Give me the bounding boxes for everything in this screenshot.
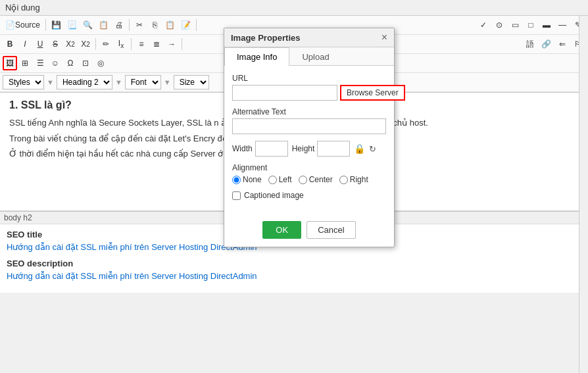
source-label: Source: [15, 20, 40, 30]
align-none-label: None: [243, 175, 262, 184]
modal-title: Image Properties: [231, 33, 301, 43]
width-group: Width: [232, 141, 288, 157]
media-icon: ⊡: [82, 59, 89, 68]
link-btn[interactable]: 🔗: [539, 37, 554, 51]
template-button[interactable]: 📋: [96, 18, 111, 32]
captioned-image-checkbox[interactable]: [232, 191, 241, 200]
superscript-button[interactable]: X2: [78, 37, 93, 51]
arrow-btn[interactable]: ⇐: [555, 37, 570, 51]
smiley-button[interactable]: ☺: [48, 56, 62, 70]
language-btn[interactable]: 語: [523, 37, 537, 51]
paste-text-button[interactable]: 📝: [178, 18, 193, 32]
preview-icon: 🔍: [83, 20, 93, 30]
print-icon: 🖨: [115, 20, 123, 30]
new-doc-icon: 📃: [67, 20, 77, 30]
sep-4: [131, 38, 132, 50]
lock-icon[interactable]: 🔒: [354, 143, 365, 154]
ok-button[interactable]: OK: [262, 221, 301, 239]
clear-format-button[interactable]: Ix: [114, 37, 128, 51]
align-center-option[interactable]: Center: [299, 175, 333, 184]
rect3-btn[interactable]: ▬: [539, 18, 554, 32]
width-input[interactable]: [255, 141, 288, 157]
seo-description-value: Hướng dẫn cài đặt SSL miễn phí trên Serv…: [7, 271, 581, 281]
modal-header: Image Properties ×: [224, 28, 394, 47]
url-row: Browse Server: [232, 85, 386, 101]
tab-image-info[interactable]: Image Info: [224, 47, 289, 66]
omega-icon: Ω: [68, 59, 74, 68]
browse-server-button[interactable]: Browse Server: [340, 85, 405, 101]
radio-btn[interactable]: ⊙: [492, 18, 506, 32]
preview-button[interactable]: 🔍: [80, 18, 95, 32]
height-input[interactable]: [317, 141, 350, 157]
alignment-label: Alignment: [232, 163, 386, 172]
alt-text-input[interactable]: [232, 118, 386, 134]
align-right-option[interactable]: Right: [339, 175, 368, 184]
cut-button[interactable]: ✂: [132, 18, 147, 32]
cancel-button[interactable]: Cancel: [306, 221, 355, 239]
align-left-radio[interactable]: [268, 176, 277, 184]
ul-icon: ≣: [153, 39, 160, 49]
swf-button[interactable]: ◎: [93, 56, 108, 70]
align-left-option[interactable]: Left: [268, 175, 292, 184]
check-btn[interactable]: ✓: [476, 18, 491, 32]
align-center-label: Center: [309, 175, 333, 184]
print-button[interactable]: 🖨: [112, 18, 126, 32]
styles-select[interactable]: Styles: [3, 75, 44, 89]
bold-button[interactable]: B: [3, 37, 17, 51]
underline-button[interactable]: U: [33, 37, 47, 51]
paste-icon: 📋: [165, 20, 175, 30]
height-group: Height: [292, 141, 351, 157]
image-icon: 🖼: [6, 59, 14, 68]
captioned-image-label: Captioned image: [244, 191, 304, 200]
new-doc-button[interactable]: 📃: [64, 18, 80, 32]
align-none-option[interactable]: None: [232, 175, 262, 184]
source-button[interactable]: 📄 Source: [3, 18, 43, 32]
refresh-icon[interactable]: ↻: [369, 144, 376, 154]
sep-r1: [196, 19, 197, 31]
copy-button[interactable]: ⎘: [147, 18, 162, 32]
align-none-radio[interactable]: [232, 176, 241, 184]
unordered-list-button[interactable]: ≣: [149, 37, 164, 51]
url-input[interactable]: [232, 85, 337, 101]
rect-btn[interactable]: ▭: [508, 18, 522, 32]
table-button[interactable]: ⊞: [18, 56, 32, 70]
lines-button[interactable]: ☰: [33, 56, 47, 70]
paste-button[interactable]: 📋: [162, 18, 178, 32]
paint-brush-icon: ✏: [103, 39, 109, 49]
paste-text-icon: 📝: [181, 20, 191, 30]
modal-close-button[interactable]: ×: [381, 32, 387, 43]
template-icon: 📋: [99, 20, 109, 30]
subscript-button[interactable]: X2: [63, 37, 78, 51]
strikethrough-button[interactable]: S: [48, 37, 62, 51]
clear-icon: Ix: [118, 39, 124, 49]
align-right-radio[interactable]: [339, 176, 348, 184]
omega-button[interactable]: Ω: [63, 56, 78, 70]
save-button[interactable]: 💾: [49, 18, 64, 32]
modal-tabs: Image Info Upload: [224, 47, 394, 66]
size-select[interactable]: Size: [174, 75, 209, 89]
main-scrollbar[interactable]: [579, 16, 588, 373]
tab-upload[interactable]: Upload: [289, 47, 341, 66]
modal-footer: OK Cancel: [224, 216, 394, 247]
table-icon: ⊞: [22, 59, 28, 68]
align-right-label: Right: [350, 175, 368, 184]
url-label: URL: [232, 74, 386, 83]
dash-btn[interactable]: —: [555, 18, 570, 32]
editor-label: Nội dung: [0, 0, 588, 16]
remove-format-button[interactable]: ✏: [99, 37, 113, 51]
height-label: Height: [292, 144, 315, 153]
media-button[interactable]: ⊡: [78, 56, 93, 70]
ol-icon: ≡: [139, 39, 143, 49]
indent-button[interactable]: →: [164, 37, 179, 51]
align-left-label: Left: [279, 175, 292, 184]
alignment-row: Alignment None Left Center: [232, 163, 386, 184]
smiley-icon: ☺: [51, 59, 59, 68]
font-select[interactable]: Font: [125, 75, 161, 89]
ordered-list-button[interactable]: ≡: [134, 37, 149, 51]
align-center-radio[interactable]: [299, 176, 307, 184]
italic-button[interactable]: I: [18, 37, 32, 51]
cut-icon: ✂: [136, 20, 143, 30]
rect2-btn[interactable]: □: [524, 18, 538, 32]
heading-select[interactable]: Heading 2: [57, 75, 112, 89]
image-button[interactable]: 🖼: [3, 56, 17, 70]
